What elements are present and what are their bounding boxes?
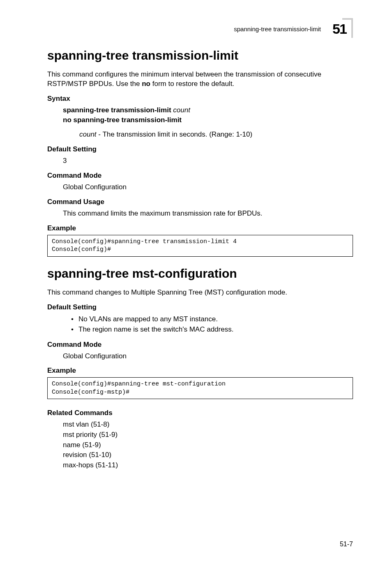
related-commands-list: mst vlan (51-8) mst priority (51-9) name… (63, 420, 353, 470)
example-code-1: Console(config)#spanning-tree transmissi… (47, 235, 353, 257)
section2-title: spanning-tree mst-configuration (47, 267, 353, 281)
section1-title: spanning-tree transmission-limit (47, 49, 353, 63)
example-heading-1: Example (47, 224, 353, 232)
chapter-badge: 51 (326, 21, 353, 37)
param-name: count (79, 130, 97, 138)
related-heading: Related Commands (47, 409, 353, 417)
section2-intro: This command changes to Multiple Spannin… (47, 288, 353, 297)
syntax-cmd-param: count (171, 106, 190, 114)
default-value-1: 3 (63, 156, 353, 166)
related-item: mst priority (51-9) (63, 430, 353, 440)
related-item: revision (51-10) (63, 450, 353, 460)
usage-value: This command limits the maximum transmis… (63, 209, 353, 218)
bullet-item: No VLANs are mapped to any MST instance. (71, 314, 353, 325)
bullet-item: The region name is set the switch's MAC … (71, 324, 353, 335)
intro-text-b: form to restore the default. (150, 80, 234, 88)
syntax-heading: Syntax (47, 95, 353, 103)
example-code-2: Console(config)#spanning-tree mst-config… (47, 377, 353, 399)
section1-intro: This command configures the minimum inte… (47, 70, 353, 89)
syntax-cmd-bold: spanning-tree transmission-limit (63, 106, 171, 114)
page-header: spanning-tree transmission-limit 51 (47, 21, 353, 37)
default-heading-1: Default Setting (47, 145, 353, 153)
badge-side-bar (351, 20, 353, 38)
param-desc: - The transmission limit in seconds. (Ra… (97, 130, 253, 138)
cmdmode-value-1: Global Configuration (63, 182, 353, 192)
syntax-line-no: no spanning-tree transmission-limit (63, 115, 353, 125)
page-number: 51-7 (340, 541, 353, 548)
syntax-line-1: spanning-tree transmission-limit count (63, 105, 353, 115)
example-heading-2: Example (47, 367, 353, 375)
default-bullets: No VLANs are mapped to any MST instance.… (71, 314, 353, 335)
cmdmode-value-2: Global Configuration (63, 351, 353, 361)
related-item: name (51-9) (63, 440, 353, 450)
syntax-param-desc: count - The transmission limit in second… (79, 130, 353, 139)
cmdmode-heading-2: Command Mode (47, 341, 353, 349)
cmdmode-heading-1: Command Mode (47, 172, 353, 180)
related-item: max-hops (51-11) (63, 460, 353, 471)
usage-heading: Command Usage (47, 198, 353, 206)
default-heading-2: Default Setting (47, 303, 353, 311)
chapter-number: 51 (332, 22, 346, 36)
intro-no-keyword: no (142, 80, 150, 88)
related-item: mst vlan (51-8) (63, 420, 353, 430)
running-title: spanning-tree transmission-limit (234, 26, 321, 32)
